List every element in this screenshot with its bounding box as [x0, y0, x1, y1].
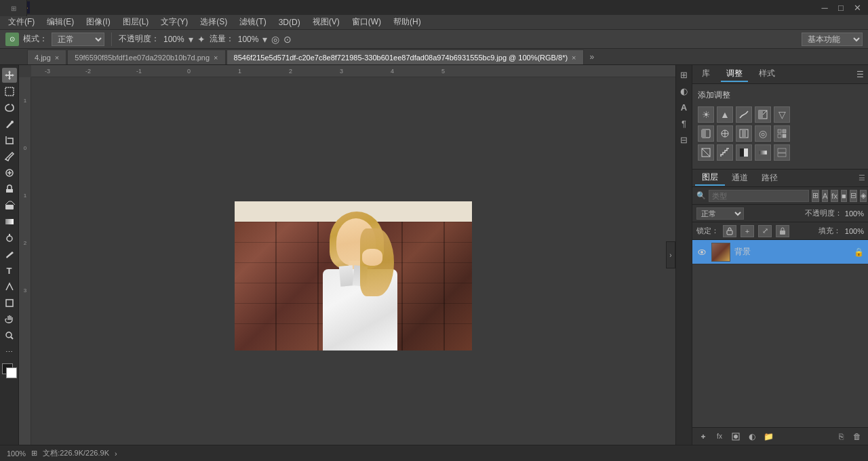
- character-icon[interactable]: A: [677, 100, 691, 114]
- channelmixer-adj-icon[interactable]: [774, 125, 790, 142]
- layer-mode-select[interactable]: 正常: [696, 207, 744, 220]
- layer-panel-menu[interactable]: ☰: [859, 174, 865, 182]
- menu-filter[interactable]: 滤镜(T): [234, 15, 271, 29]
- shape-tool[interactable]: [2, 296, 17, 310]
- marquee-tool[interactable]: [2, 84, 17, 99]
- layer-mask-icon[interactable]: [729, 430, 743, 443]
- menu-text[interactable]: 文字(Y): [155, 15, 193, 29]
- paragraph-icon[interactable]: ¶: [677, 117, 691, 130]
- adjustment-icon[interactable]: ◐: [677, 84, 691, 98]
- close-button[interactable]: ✕: [852, 2, 863, 13]
- invert-adj-icon[interactable]: [698, 144, 714, 161]
- layer-search-input[interactable]: [709, 190, 809, 202]
- smoothing-icon[interactable]: ◎: [271, 34, 279, 45]
- layer-search-filter[interactable]: ⊞: [812, 190, 819, 202]
- status-arrow[interactable]: ›: [115, 449, 117, 458]
- lock-art-icon[interactable]: +: [741, 225, 754, 237]
- menu-file[interactable]: 文件(F): [3, 15, 40, 29]
- tab-channels[interactable]: 通道: [725, 171, 755, 185]
- levels-adj-icon[interactable]: ▲: [717, 106, 733, 123]
- layer-search-effect[interactable]: fx: [831, 190, 838, 202]
- stamp-tool[interactable]: [2, 182, 17, 197]
- brush-tool[interactable]: [2, 117, 17, 132]
- layer-link-icon[interactable]: [696, 430, 710, 443]
- gradientmap-adj-icon[interactable]: [755, 144, 771, 161]
- layer-search-mode[interactable]: ■: [841, 190, 847, 202]
- dodge-tool[interactable]: [2, 230, 17, 245]
- layer-item-background[interactable]: 背景 🔒: [692, 240, 868, 264]
- path-select-tool[interactable]: [2, 279, 17, 294]
- layer-visibility-toggle[interactable]: [696, 247, 707, 258]
- menu-help[interactable]: 帮助(H): [388, 15, 427, 29]
- tool-preset-picker[interactable]: ⊙: [5, 33, 19, 46]
- airbrush-icon[interactable]: ✦: [197, 34, 205, 45]
- colorbalance-adj-icon[interactable]: [717, 125, 733, 142]
- pen-tool[interactable]: [2, 247, 17, 262]
- tab-adjustment[interactable]: 调整: [721, 66, 748, 82]
- bw-adj-icon[interactable]: [736, 125, 752, 142]
- mode-select[interactable]: 正常 溶解 正片叠底: [52, 33, 104, 46]
- layer-folder-icon[interactable]: 📁: [762, 430, 775, 443]
- type-tool[interactable]: T: [2, 263, 17, 278]
- menu-image[interactable]: 图像(I): [81, 15, 115, 29]
- photofilter-adj-icon[interactable]: ◎: [755, 125, 771, 142]
- layer-search-attr[interactable]: ⊟: [850, 190, 857, 202]
- menu-window[interactable]: 窗口(W): [347, 15, 387, 29]
- spot-heal-tool[interactable]: [2, 165, 17, 180]
- lock-position-icon[interactable]: [723, 225, 736, 237]
- layer-search-text[interactable]: A: [822, 190, 828, 202]
- tab-style[interactable]: 样式: [753, 66, 781, 82]
- tab-2[interactable]: 59f6590f85bfdf1ee07da2920b10b7d.png ×: [67, 49, 225, 64]
- tab-3-close[interactable]: ×: [572, 54, 576, 62]
- menu-layer[interactable]: 图层(L): [117, 15, 155, 29]
- posterize-adj-icon[interactable]: [717, 144, 733, 161]
- crop-tool[interactable]: [2, 133, 17, 148]
- hsl-adj-icon[interactable]: [698, 125, 714, 142]
- panel-menu-icon[interactable]: ☰: [856, 70, 864, 79]
- eraser-tool[interactable]: [2, 198, 17, 213]
- panel-collapse-button[interactable]: ›: [666, 241, 675, 268]
- color-picker[interactable]: [2, 363, 17, 378]
- vibrance-adj-icon[interactable]: ▽: [774, 106, 790, 123]
- layer-search-color[interactable]: ◈: [860, 190, 867, 202]
- angle-icon[interactable]: ⊙: [283, 34, 292, 45]
- flow-arrow[interactable]: ▾: [262, 34, 267, 45]
- gradient-tool[interactable]: [2, 214, 17, 229]
- maximize-button[interactable]: □: [835, 2, 846, 13]
- threshold-adj-icon[interactable]: [736, 144, 752, 161]
- lock-all-icon[interactable]: [776, 225, 789, 237]
- tab-1[interactable]: 4.jpg ×: [27, 49, 66, 64]
- menu-edit[interactable]: 编辑(E): [41, 15, 79, 29]
- menu-view[interactable]: 视图(V): [307, 15, 345, 29]
- opacity-arrow[interactable]: ▾: [189, 34, 193, 45]
- tab-paths[interactable]: 路径: [755, 171, 785, 185]
- menu-3d[interactable]: 3D(D): [273, 16, 306, 28]
- layer-fx-icon[interactable]: fx: [713, 430, 726, 443]
- curves-adj-icon[interactable]: [736, 106, 752, 123]
- layer-adjustment-icon[interactable]: ◐: [745, 430, 759, 443]
- hand-tool[interactable]: [2, 312, 17, 327]
- layer-delete-icon[interactable]: 🗑: [850, 430, 864, 443]
- layer-copy-icon[interactable]: ⎘: [834, 430, 848, 443]
- workspace-select[interactable]: 基本功能: [802, 33, 863, 46]
- more-tools-button[interactable]: ⋯: [2, 344, 17, 359]
- move-tool[interactable]: [2, 68, 17, 83]
- tab-overflow-button[interactable]: »: [585, 49, 600, 64]
- tab-1-close[interactable]: ×: [55, 54, 59, 62]
- lock-move-icon[interactable]: ⤢: [758, 225, 772, 237]
- tab-3[interactable]: 8546f215e5d571df-c20e7c8e8f721985-330b60…: [226, 49, 584, 64]
- exposure-adj-icon[interactable]: [755, 106, 771, 123]
- brightness-adj-icon[interactable]: ☀: [698, 106, 714, 123]
- tab-library[interactable]: 库: [696, 66, 715, 82]
- minimize-button[interactable]: ─: [819, 2, 830, 13]
- tab-layers[interactable]: 图层: [695, 170, 725, 186]
- eyedropper-tool[interactable]: [2, 149, 17, 164]
- library-icon[interactable]: ⊞: [677, 68, 691, 81]
- tab-2-close[interactable]: ×: [214, 54, 218, 62]
- selectivecolor-adj-icon[interactable]: [774, 144, 790, 161]
- zoom-fit-icon[interactable]: ⊞: [31, 449, 37, 458]
- properties-icon[interactable]: ⊟: [677, 133, 691, 146]
- menu-select[interactable]: 选择(S): [195, 15, 233, 29]
- zoom-tool[interactable]: [2, 328, 17, 343]
- lasso-tool[interactable]: [2, 100, 17, 115]
